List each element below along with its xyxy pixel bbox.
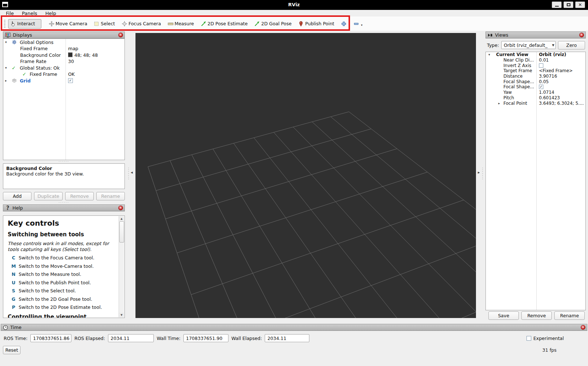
time-field-input[interactable]: 1708337651.90 (183, 334, 228, 342)
remove-view-button[interactable]: Remove (521, 311, 552, 320)
tool-move-camera[interactable]: Move Camera (46, 19, 92, 29)
tree-row[interactable]: ▾✓Global Status: Ok (3, 64, 124, 71)
displays-panel-header[interactable]: Displays ✕ (3, 32, 125, 38)
tree-row[interactable]: Pitch0.601423 (486, 95, 585, 101)
help-heading: Key controls (8, 219, 109, 228)
menu-item-help[interactable]: Help (45, 11, 56, 16)
help-note: These controls work in all modes, except… (8, 241, 109, 252)
collapse-left-panel-icon[interactable]: ◂ (131, 170, 133, 175)
checkbox[interactable]: ✓ (68, 78, 73, 83)
time-field-input[interactable]: 1708337651.86 (30, 334, 71, 342)
tree-row[interactable]: Background Color48; 48; 48 (3, 52, 124, 58)
tree-row[interactable]: ▾Current ViewOrbit (rviz) (486, 52, 585, 58)
help-scrollbar[interactable]: ▲ ▼ (119, 216, 124, 317)
zero-button[interactable]: Zero (558, 41, 585, 49)
tree-row[interactable]: ✓Fixed FrameOK (3, 71, 124, 78)
time-field-input[interactable]: 2034.11 (265, 334, 309, 342)
time-close-button[interactable]: ✕ (581, 325, 585, 330)
left-gutter-handle[interactable] (128, 167, 129, 180)
reset-button[interactable]: Reset (3, 346, 21, 354)
close-button[interactable]: ✕ (575, 1, 585, 8)
time-panel-header[interactable]: Time ✕ (1, 324, 587, 331)
add-button[interactable]: Add (3, 192, 31, 200)
collapse-arrow-icon[interactable]: ▾ (5, 66, 7, 70)
tree-label: Focal Shape... (503, 79, 536, 84)
toolbar-drag-handle[interactable] (4, 19, 6, 28)
tool-label: Publish Point (305, 21, 334, 26)
tree-value: 0.01 (539, 58, 549, 63)
menu-item-file[interactable]: File (6, 11, 14, 16)
tree-value (539, 63, 543, 68)
tree-value: <Fixed Frame> (539, 68, 573, 73)
menu-item-panels[interactable]: Panels (22, 11, 37, 16)
tree-row[interactable]: Invert Z Axis (486, 63, 585, 68)
time-panel-title: Time (10, 325, 22, 330)
tree-row[interactable]: Focal Shape...✓ (486, 84, 585, 90)
collapse-arrow-icon[interactable]: ▾ (5, 40, 7, 44)
tree-row[interactable]: Distance3.90716 (486, 74, 585, 79)
tree-label: Yaw (503, 90, 536, 95)
view-type-label: Type: (487, 42, 499, 48)
tree-row[interactable]: ▸Focal Point3.6493; 6.3024; 5.... (486, 100, 585, 106)
scroll-down-icon[interactable]: ▼ (119, 313, 124, 317)
help-subheading-2: Controlling the viewpoint (8, 314, 109, 318)
tree-row[interactable]: Focal Shape...0.05 (486, 79, 585, 84)
checkbox[interactable] (539, 63, 543, 68)
3d-viewport[interactable] (135, 33, 476, 318)
tree-row[interactable]: Near Clip Di...0.01 (486, 58, 585, 63)
key-letter: M (11, 263, 16, 269)
tree-row[interactable]: Target Frame<Fixed Frame> (486, 68, 585, 74)
displays-icon (5, 33, 11, 38)
help-key-row: USwitch to the Publish Point tool. (11, 280, 109, 285)
chevron-down-icon[interactable]: ▾ (361, 23, 362, 27)
splitter-handle[interactable]: ······ (3, 161, 125, 163)
tool-focus-camera[interactable]: Focus Camera (119, 19, 165, 29)
time-field-input[interactable]: 2034.11 (108, 334, 154, 342)
splitter-handle[interactable]: ······ (3, 202, 125, 204)
collapse-arrow-icon[interactable]: ▾ (488, 53, 490, 56)
tool-measure[interactable]: Measure (165, 19, 198, 29)
displays-close-button[interactable]: ✕ (118, 33, 123, 37)
scroll-up-icon[interactable]: ▲ (119, 216, 124, 221)
rename-view-button[interactable]: Rename (554, 311, 585, 320)
experimental-checkbox[interactable] (526, 336, 531, 341)
tree-row[interactable]: ▸Grid✓ (3, 77, 124, 84)
tree-label: Distance (503, 74, 536, 79)
tool-interact[interactable]: Interact (8, 19, 41, 29)
tool-2d-pose-estimate[interactable]: 2D Pose Estimate (198, 19, 252, 29)
help-panel-header[interactable]: ? Help ✕ (3, 204, 125, 211)
focus-camera-icon (122, 21, 127, 27)
tree-value: 0.601423 (539, 95, 560, 100)
view-type-dropdown[interactable]: Orbit (rviz_default_ ▼ (501, 41, 556, 49)
expand-arrow-icon[interactable]: ▸ (5, 79, 7, 82)
tool-publish-point[interactable]: Publish Point (296, 19, 339, 29)
help-close-button[interactable]: ✕ (118, 206, 123, 210)
tool-add-tool[interactable] (339, 19, 351, 29)
checkbox[interactable]: ✓ (539, 85, 543, 89)
save-view-button[interactable]: Save (488, 311, 519, 320)
close-icon: ✕ (578, 3, 582, 7)
views-panel-header[interactable]: Views ✕ (485, 32, 586, 38)
minimize-button[interactable] (552, 1, 562, 8)
tree-row[interactable]: Fixed Framemap (3, 45, 124, 52)
tool-remove-tool[interactable]: ▾ (351, 19, 367, 29)
tree-row[interactable]: Yaw1.0714 (486, 90, 585, 95)
grid-icon (12, 78, 17, 83)
maximize-button[interactable] (563, 1, 573, 8)
help-key-row: GSwitch to the 2D Goal Pose tool. (11, 296, 109, 302)
tree-value: ✓ (539, 85, 543, 89)
scrollbar-thumb[interactable] (119, 221, 124, 243)
tree-row[interactable]: Frame Rate30 (3, 58, 124, 65)
expand-arrow-icon[interactable]: ▸ (498, 101, 500, 105)
views-close-button[interactable]: ✕ (579, 33, 584, 37)
right-gutter-handle[interactable] (482, 167, 483, 180)
tool-label: 2D Pose Estimate (208, 21, 248, 26)
tool-select[interactable]: Select (92, 19, 119, 29)
collapse-right-panel-icon[interactable]: ▸ (478, 170, 480, 175)
key-description: Switch to the Select tool. (19, 288, 76, 293)
select-icon (94, 21, 100, 27)
tool-2d-goal-pose[interactable]: 2D Goal Pose (252, 19, 296, 29)
tree-value: 1.0714 (539, 90, 554, 95)
tree-row[interactable]: ▾Global Options (3, 39, 124, 45)
help-panel: ? Help ✕ (3, 204, 125, 211)
